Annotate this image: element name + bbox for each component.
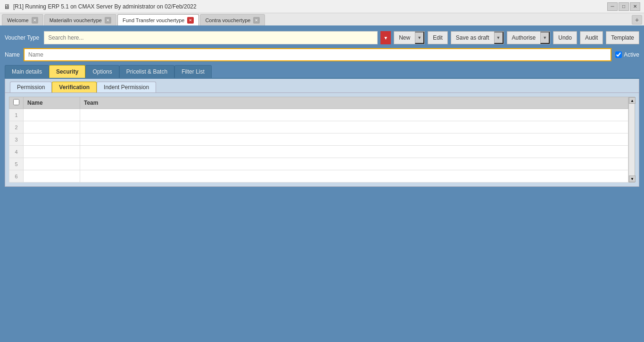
tab-label-welcome: Welcome [7,17,29,23]
sub-tab-indent-permission[interactable]: Indent Permission [97,82,156,92]
tab-label-contra: Contra vouchertype [205,17,250,23]
tab-welcome[interactable]: Welcome✕ [2,14,43,25]
row-name-cell-4[interactable] [24,146,80,158]
new-button[interactable]: New [394,32,415,44]
section-tab-options[interactable]: Options [85,65,119,78]
scroll-down-button[interactable]: ▼ [629,175,636,182]
section-tab-security[interactable]: Security [49,65,85,78]
row-checkbox-cell-6: 6 [9,170,24,183]
active-checkbox-wrap: Active [615,51,639,58]
table-body: 123456 [9,109,628,183]
row-num-4: 4 [15,149,17,155]
row-checkbox-cell-2: 2 [9,121,24,133]
table-header-row: Name Team [9,97,628,109]
audit-button[interactable]: Audit [580,31,603,44]
vertical-scrollbar[interactable]: ▲ ▼ [628,97,635,183]
row-checkbox-cell-5: 5 [9,158,24,170]
data-table: Name Team 123456 [9,97,628,183]
maximize-button[interactable]: □ [619,2,629,11]
name-field-label: Name [5,51,20,58]
row-num-6: 6 [15,174,17,179]
new-dropdown-arrow[interactable]: ▼ [415,32,424,44]
sub-tab-permission[interactable]: Permission [10,82,52,92]
row-team-cell-3[interactable] [80,133,628,146]
row-team-cell-2[interactable] [80,121,628,133]
row-num-5: 5 [15,161,17,167]
table-row: 6 [9,170,628,183]
row-name-cell-3[interactable] [24,133,80,146]
toolbar: Voucher Type ▼ New ▼ Edit Save as draft … [5,31,639,44]
add-tab-button[interactable]: + [632,15,642,25]
section-tabs: Main detailsSecurityOptionsPricelist & B… [5,65,639,79]
tab-close-materialin[interactable]: ✕ [105,17,111,24]
row-name-cell-5[interactable] [24,158,80,170]
tab-close-fundtransfer[interactable]: ✕ [187,17,194,24]
row-name-cell-6[interactable] [24,170,80,183]
row-team-cell-4[interactable] [80,146,628,158]
scroll-up-button[interactable]: ▲ [629,97,636,104]
table-row: 5 [9,158,628,170]
row-num-3: 3 [15,137,17,142]
col-header-name: Name [24,97,80,109]
active-label: Active [624,51,639,58]
main-content: Voucher Type ▼ New ▼ Edit Save as draft … [0,26,644,342]
title-bar: 🖥 [R1] Running ERP 5.1 on CMAX Server By… [0,0,644,13]
sub-tabs: PermissionVerificationIndent Permission [5,79,639,93]
template-button[interactable]: Template [606,31,639,44]
row-checkbox-cell-4: 4 [9,146,24,158]
table-row: 4 [9,146,628,158]
voucher-type-dropdown-button[interactable]: ▼ [380,31,391,44]
title-text: 🖥 [R1] Running ERP 5.1 on CMAX Server By… [4,3,197,10]
save-as-draft-dropdown-arrow[interactable]: ▼ [494,32,504,44]
section-tab-main-details[interactable]: Main details [5,65,49,78]
undo-button[interactable]: Undo [553,31,577,44]
tab-label-fundtransfer: Fund Transfer vouchertype [123,17,184,23]
table-container: Name Team 123456 ▲ ▼ [5,93,639,186]
tab-label-materialin: MaterialIn vouchertype [50,17,102,23]
section-tab-filter-list[interactable]: Filter List [174,65,212,78]
close-button[interactable]: ✕ [630,2,640,11]
row-checkbox-cell-1: 1 [9,109,24,121]
save-as-draft-button[interactable]: Save as draft [451,32,494,44]
data-table-wrap: Name Team 123456 [9,97,628,183]
save-as-draft-button-group: Save as draft ▼ [451,31,504,44]
row-name-cell-1[interactable] [24,109,80,121]
minimize-button[interactable]: ─ [607,2,618,11]
row-team-cell-6[interactable] [80,170,628,183]
row-num-1: 1 [15,112,17,118]
table-row: 1 [9,109,628,121]
col-header-checkbox [9,97,24,109]
title-label: [R1] Running ERP 5.1 on CMAX Server By a… [13,3,197,10]
active-checkbox[interactable] [615,51,622,58]
tab-close-contra[interactable]: ✕ [253,17,260,24]
row-team-cell-1[interactable] [80,109,628,121]
sub-tab-verification[interactable]: Verification [52,82,97,92]
authorise-button-group: Authorise ▼ [507,31,551,44]
name-input[interactable] [24,48,611,61]
tab-contra[interactable]: Contra vouchertype✕ [200,14,265,25]
voucher-type-search[interactable] [44,31,378,44]
scroll-track [629,104,635,175]
row-num-2: 2 [15,125,17,130]
edit-button[interactable]: Edit [428,31,448,44]
authorise-dropdown-arrow[interactable]: ▼ [540,32,550,44]
row-name-cell-2[interactable] [24,121,80,133]
row-checkbox-cell-3: 3 [9,133,24,146]
row-team-cell-5[interactable] [80,158,628,170]
tab-fundtransfer[interactable]: Fund Transfer vouchertype✕ [117,14,199,25]
new-button-group: New ▼ [394,31,425,44]
table-row: 3 [9,133,628,146]
authorise-button[interactable]: Authorise [507,32,541,44]
sub-area: PermissionVerificationIndent Permission … [5,79,639,187]
select-all-checkbox[interactable] [13,99,19,105]
app-icon: 🖥 [4,3,10,10]
tab-bar: Welcome✕MaterialIn vouchertype✕Fund Tran… [0,13,644,26]
name-row: Name Active [5,48,639,61]
section-tab-pricelist-batch[interactable]: Pricelist & Batch [119,65,174,78]
tab-close-welcome[interactable]: ✕ [32,17,38,24]
table-row: 2 [9,121,628,133]
col-header-team: Team [80,97,628,109]
voucher-type-label: Voucher Type [5,34,39,41]
tab-materialin[interactable]: MaterialIn vouchertype✕ [44,14,116,25]
window-controls: ─ □ ✕ [607,2,640,11]
